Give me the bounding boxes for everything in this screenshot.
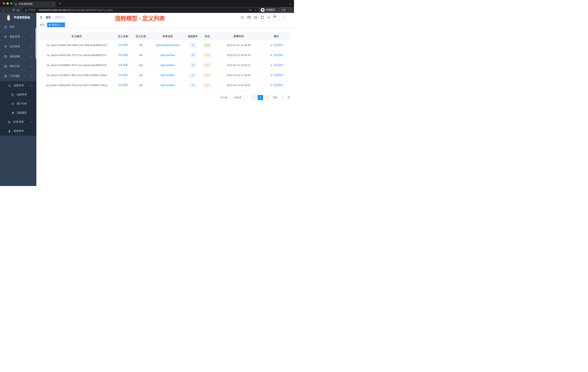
definition-name-link[interactable]: OA 请假 [118,74,128,77]
broken-image-icon [273,15,276,17]
fullscreen-icon[interactable] [261,16,264,19]
version-badge: v3 [190,63,196,67]
definition-name-link[interactable]: OA 请假 [118,54,128,56]
goto-page-input[interactable] [279,95,286,100]
sidebar-item-process-form[interactable]: 流程表单 [0,90,36,99]
tag-close-icon[interactable]: × [62,24,63,26]
assign-rule-button[interactable]: 分配规则 [270,54,283,57]
prev-page-button[interactable]: ‹ [251,95,257,100]
fontsize-icon[interactable]: TT [267,16,270,19]
version-badge: v4 [190,53,196,57]
chevron-down-icon [31,55,33,57]
sidebar-item-process-model[interactable]: 流程模型 [0,108,36,117]
sidebar-menu: 首页 ⚙ 系统管理 ¥ 支付管理 基础设施 [0,22,36,81]
user-icon [270,74,272,77]
close-window-button[interactable] [3,2,5,5]
form-link[interactable]: /bpm/oa/flow [160,84,175,87]
page-content: 定义编号 定义名称 定义分类 表单信息 流程版本 状态 部署时间 操作 oa_l… [36,28,294,100]
sidebar-item-workflow[interactable]: 工作流程 [0,71,36,81]
avatar[interactable] [273,14,280,21]
tab-search-chevron-icon[interactable] [289,3,292,5]
tab-strip: 芋道管理系统 × + [0,0,294,7]
search-icon[interactable] [241,16,244,19]
sidebar-item-label: 工作流程 [10,75,28,78]
definition-name-link[interactable]: OA 请假 [118,44,128,46]
new-tab-button[interactable]: + [58,2,62,6]
page-size-select[interactable]: 10条/页 ▾ [231,95,248,100]
assign-rule-button[interactable]: 分配规则 [270,44,283,47]
key-icon[interactable] [249,9,252,11]
tag-process-definition[interactable]: 流程定义 × [47,22,65,27]
status-badge: 挂起 [203,73,211,78]
sidebar-item-label: 基础设施 [10,55,28,58]
form-link[interactable]: /bpm/oa/leave/create [156,44,180,47]
gear-icon: ⚙ [4,35,7,39]
table-row: oa_leave:4:991f2193-7b7f-11ec-a3c8-acde4… [40,50,290,60]
sidebar-item-home[interactable]: 首页 [0,22,36,32]
sidebar-item-leave-query[interactable]: 请假查询 [0,127,36,136]
sidebar-item-label: 研发工具 [10,65,28,68]
forward-button[interactable]: → [6,8,11,12]
help-icon[interactable]: ? [254,16,257,19]
assign-rule-button[interactable]: 分配规则 [270,84,283,87]
definition-id: oa_leave:2:3c1f0ef1-76b1-11ec-9c66-a2380… [40,74,114,77]
table-header: 定义编号 定义名称 定义分类 表单信息 流程版本 状态 部署时间 操作 [40,33,290,40]
definition-name-link[interactable]: OA 请假 [118,64,128,66]
sidebar-item-infrastructure[interactable]: 基础设施 [0,52,36,61]
sidebar-item-system[interactable]: ⚙ 系统管理 [0,32,36,42]
form-link[interactable]: /bpm/oa/flow [160,54,175,57]
definition-name-link[interactable]: OA 请假 [118,84,128,87]
app-title: 芋道管理系统 [14,16,30,19]
next-page-button[interactable]: › [264,95,270,100]
breadcrumb-home[interactable]: 首页 [46,16,51,19]
bookmark-star-icon[interactable]: ☆ [254,9,257,11]
col-definition-category: 定义分类 [132,35,149,38]
chevron-down-icon [31,65,33,67]
dashboard-icon [4,25,7,29]
url-host[interactable]: dashboard.yudao.iocoder.cn [39,9,70,11]
security-label[interactable]: 不安全 [28,8,35,12]
col-definition-id: 定义编号 [40,35,114,38]
assign-rule-button[interactable]: 分配规则 [270,64,283,67]
app-logo[interactable]: 芋道管理系统 [0,13,36,22]
sidebar-item-label: 系统管理 [10,35,28,38]
tag-label: 流程定义 [52,23,60,26]
sidebar-scrollbar-thumb[interactable] [35,28,36,59]
definition-category: OA [132,74,149,77]
form-link[interactable]: /bpm/oa/flow [160,74,175,77]
status-badge: 挂起 [203,53,211,58]
avatar-caret-down-icon[interactable]: ▾ [283,16,284,19]
reload-button[interactable]: ⟳ [11,8,16,12]
form-link[interactable]: /bpm/oa/flow [160,64,175,67]
breadcrumb-separator: / [52,16,53,19]
tab-close-icon[interactable]: × [53,3,54,5]
github-icon[interactable] [247,16,251,19]
browser-tab[interactable]: 芋道管理系统 × [13,1,56,7]
browser-update-button[interactable]: 更新 ⋮ [279,8,292,12]
browser-menu-dots-icon[interactable]: ⋮ [287,9,290,11]
assign-rule-button[interactable]: 分配规则 [270,74,283,77]
page-number-button[interactable]: 1 [258,95,263,100]
deploy-time: 2022-01-22 20:34:10 [215,54,263,57]
hamburger-icon[interactable] [39,16,43,19]
back-button[interactable]: ← [1,8,6,12]
sidebar-item-devtools[interactable]: 研发工具 [0,61,36,71]
url-path[interactable]: /bpm/manager/definition?key=oa_leave [70,9,113,11]
sidebar-item-label: 流程模型 [17,111,36,114]
sidebar-item-user-group[interactable]: 用户分组 [0,99,36,108]
minimize-window-button[interactable] [7,2,9,5]
main-area: 首页 / 流程定义 ? TT [36,13,294,186]
tag-home[interactable]: 首页 [38,22,46,27]
sidebar-item-process-management[interactable]: 流程管理 [0,81,36,90]
incognito-label: 无痕模式 [266,8,275,11]
sidebar-item-payment[interactable]: ¥ 支付管理 [0,42,36,52]
address-bar[interactable]: 不安全 | dashboard.yudao.iocoder.cn /bpm/ma… [22,8,259,12]
definition-category: OA [132,84,149,87]
window-controls[interactable] [3,2,12,5]
sidebar-item-task-management[interactable]: 任务管理 [0,117,36,127]
definition-id: oa_leave:4:991f2193-7b7f-11ec-a3c8-acde4… [40,54,114,57]
tree-icon [8,120,11,124]
browser-toolbar: ← → ⟳ 不安全 | dashboard.yudao.iocoder.cn /… [0,7,294,13]
zoom-window-button[interactable] [10,2,12,5]
home-button[interactable] [16,8,21,12]
